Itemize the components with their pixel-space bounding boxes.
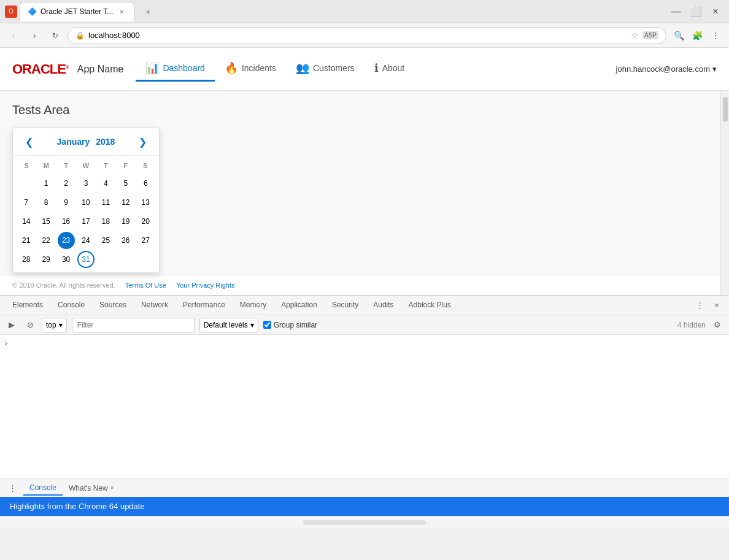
devtools-tab-adblock[interactable]: Adblock Plus (401, 297, 458, 314)
calendar-day[interactable]: 9 (58, 194, 75, 211)
tab-incidents[interactable]: 🔥 Incidents (215, 56, 286, 82)
calendar-next-btn[interactable]: ❯ (136, 134, 150, 149)
calendar-day[interactable]: 12 (117, 194, 134, 211)
browser-tab[interactable]: 🔷 Oracle JET Starter T... × (20, 2, 134, 21)
devtools-tab-sources[interactable]: Sources (92, 297, 134, 314)
devtools-horizontal-scroll[interactable] (303, 520, 426, 525)
calendar-day[interactable]: 13 (137, 194, 154, 211)
search-icon[interactable]: 🔍 (670, 27, 687, 44)
calendar-day[interactable]: 2 (58, 175, 75, 192)
devtools-menu-btn[interactable]: ⋮ (5, 481, 20, 496)
tab-about[interactable]: ℹ About (364, 56, 415, 82)
calendar-day[interactable]: 1 (37, 175, 55, 192)
day-name-thu: T (96, 159, 115, 172)
calendar-day[interactable]: 10 (77, 194, 94, 211)
forward-button[interactable]: › (26, 27, 43, 44)
new-tab-button[interactable]: + (139, 3, 156, 20)
chrome-update-banner: Highlights from the Chrome 64 update (0, 497, 729, 516)
calendar-day[interactable]: 17 (77, 213, 94, 230)
tab-customers[interactable]: 👥 Customers (286, 56, 364, 82)
calendar-day[interactable]: 29 (37, 251, 55, 268)
calendar-day[interactable]: 25 (97, 232, 114, 249)
console-prompt[interactable]: › (4, 339, 725, 348)
calendar-day[interactable]: 3 (77, 175, 94, 192)
context-select[interactable]: top ▾ (42, 318, 67, 332)
calendar-day[interactable]: 14 (18, 213, 35, 230)
devtools-more-btn[interactable]: ⋮ (692, 298, 707, 313)
calendar-year[interactable]: 2018 (96, 137, 115, 147)
devtools-close-btn[interactable]: × (709, 298, 724, 313)
chrome-update-message: Highlights from the Chrome 64 update (10, 502, 145, 511)
levels-select[interactable]: Default levels ▾ (199, 318, 258, 332)
calendar-day[interactable]: 11 (97, 194, 114, 211)
right-scrollbar[interactable] (720, 91, 729, 295)
star-icon[interactable]: ☆ (631, 31, 639, 40)
bottom-tab-whats-new[interactable]: What's New × (63, 481, 120, 495)
bottom-tab-whats-new-close[interactable]: × (110, 485, 114, 491)
calendar-day[interactable]: 20 (137, 213, 154, 230)
calendar-prev-btn[interactable]: ❮ (21, 134, 36, 149)
calendar-day[interactable]: 21 (18, 232, 35, 249)
calendar-day[interactable]: 16 (58, 213, 75, 230)
oracle-logo-text: ORACLE® (12, 61, 69, 77)
window-minimize-btn[interactable]: — (668, 3, 685, 20)
menu-icon[interactable]: ⋮ (707, 27, 724, 44)
extensions-icon[interactable]: 🧩 (688, 27, 706, 44)
devtools-scrollbar-area (0, 516, 729, 528)
calendar-day[interactable]: 23 (58, 232, 75, 249)
back-button[interactable]: ‹ (5, 27, 22, 44)
calendar-day[interactable]: 31 (77, 251, 94, 268)
tab-close-btn[interactable]: × (117, 7, 126, 17)
calendar-day[interactable]: 30 (58, 251, 75, 268)
calendar-day[interactable]: 4 (97, 175, 114, 192)
calendar-day[interactable]: 15 (37, 213, 55, 230)
footer-privacy-link[interactable]: Your Privacy Rights (176, 282, 235, 289)
devtools-tab-network[interactable]: Network (134, 297, 176, 314)
calendar-day[interactable]: 8 (37, 194, 55, 211)
tab-dashboard[interactable]: 📊 Dashboard (136, 56, 215, 82)
devtools-tab-security[interactable]: Security (325, 297, 366, 314)
hidden-count: 4 hidden (677, 321, 706, 329)
devtools-tab-application[interactable]: Application (274, 297, 325, 314)
calendar-grid: S M T W T F S 12345678910111213141516171… (13, 156, 159, 272)
app-name: App Name (77, 64, 124, 75)
devtools-header: Elements Console Sources Network Perform… (0, 296, 729, 315)
address-input[interactable] (88, 31, 627, 40)
calendar-day[interactable]: 6 (137, 175, 154, 192)
calendar-day[interactable]: 22 (37, 232, 55, 249)
address-bar[interactable]: 🔒 ☆ ASP (68, 27, 666, 44)
devtools-tab-performance[interactable]: Performance (176, 297, 233, 314)
window-maximize-btn[interactable]: ⬜ (687, 3, 704, 20)
window-close-btn[interactable]: × (707, 3, 724, 20)
devtools-tab-elements[interactable]: Elements (5, 297, 50, 314)
devtools-toolbar: ▶ ⊘ top ▾ Default levels ▾ Group similar… (0, 315, 729, 335)
incidents-label: Incidents (242, 63, 276, 73)
bottom-tab-console[interactable]: Console (23, 481, 63, 496)
devtools-settings-btn[interactable]: ⚙ (711, 318, 724, 332)
calendar-day[interactable]: 26 (117, 232, 134, 249)
calendar-day[interactable]: 27 (137, 232, 154, 249)
user-info[interactable]: john.hancock@oracle.com ▾ (616, 64, 717, 74)
devtools-tab-audits[interactable]: Audits (366, 297, 401, 314)
footer-terms-link[interactable]: Terms Of Use (125, 282, 166, 289)
calendar-day[interactable]: 28 (18, 251, 35, 268)
bottom-tab-whats-new-label: What's New (69, 484, 108, 493)
calendar-day (97, 251, 114, 268)
devtools-tab-memory[interactable]: Memory (233, 297, 274, 314)
levels-dropdown-icon: ▾ (250, 321, 254, 329)
nav-tabs: 📊 Dashboard 🔥 Incidents 👥 Customers ℹ Ab… (136, 56, 414, 82)
calendar-day[interactable]: 19 (117, 213, 134, 230)
calendar-day[interactable]: 18 (97, 213, 114, 230)
calendar-day[interactable]: 7 (18, 194, 35, 211)
group-similar-checkbox[interactable] (263, 321, 271, 329)
reload-button[interactable]: ↻ (47, 27, 64, 44)
calendar-day[interactable]: 5 (117, 175, 134, 192)
devtools-tab-console[interactable]: Console (50, 297, 92, 314)
app-main-content: Tests Area Joining Date: 📅 ❮ January 201… (0, 91, 720, 295)
scrollbar-thumb[interactable] (723, 97, 728, 121)
devtools-run-btn[interactable]: ▶ (5, 318, 18, 332)
calendar-day[interactable]: 24 (77, 232, 94, 249)
calendar-month[interactable]: January (57, 137, 90, 147)
devtools-stop-btn[interactable]: ⊘ (23, 318, 37, 332)
console-filter-input[interactable] (72, 318, 195, 332)
